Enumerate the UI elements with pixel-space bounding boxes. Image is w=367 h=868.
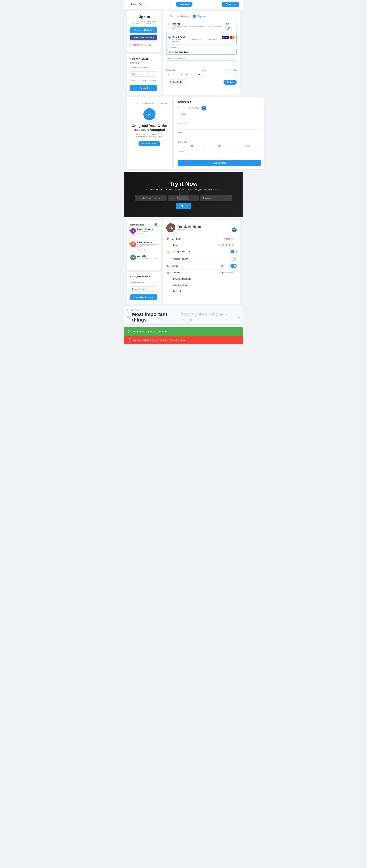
- sound-toggle[interactable]: [230, 264, 237, 268]
- first-name-input[interactable]: [177, 116, 261, 120]
- notifications-card: Notifications ? FS Francis Singleton Com…: [127, 220, 161, 270]
- cc-year-select[interactable]: Year: [145, 71, 158, 76]
- profile-header-name: Francis Singleton Hi! It's me.: [177, 225, 201, 230]
- dob-yyyy-input[interactable]: [234, 144, 261, 148]
- card-logos: VISA: [222, 36, 235, 39]
- notifications-title: Notifications: [130, 223, 144, 226]
- paypal-logo: PP PayPal: [225, 23, 235, 30]
- connect-facebook-button[interactable]: Connect with Facebook: [130, 35, 157, 40]
- notif-time-2: 3 hours ago: [137, 249, 146, 250]
- hero-section: 💻 Try it Now It's a new expirience to de…: [124, 172, 243, 217]
- cvv-group: CVV ⓘ Information: [202, 69, 237, 78]
- profile-info-title: Information: [177, 100, 261, 103]
- name-on-card-label: Your Name on board Card: [166, 58, 237, 60]
- hero-name-input[interactable]: [168, 195, 199, 202]
- error-text: Wrong email address or password. Please …: [133, 339, 186, 341]
- credit-card-detail-card: Credit Card Detail Mounth Year What is C…: [127, 54, 161, 95]
- hero-password-input[interactable]: [200, 195, 232, 202]
- hero-laptop-bg: 💻: [124, 172, 243, 217]
- profile-settings-card: FS Francis Singleton Hi! It's me. ⋮ 📷 👤 …: [163, 220, 240, 304]
- country-input[interactable]: [177, 153, 261, 158]
- cvv-label: CVV ⓘ Information: [202, 69, 237, 71]
- expire-year-select[interactable]: 21: [184, 72, 201, 77]
- signin-card: Sign In Sign in to connect with voices a…: [127, 11, 161, 52]
- message-preview-toggle[interactable]: [230, 257, 237, 260]
- notifications-help-badge[interactable]: ?: [154, 223, 157, 226]
- blacklist-row[interactable]: Black List ›: [166, 288, 237, 294]
- notif-time-3: 1 day ago: [137, 260, 144, 262]
- settings-camera-button[interactable]: 📷: [232, 227, 237, 232]
- signin-subtitle: Sign in to connect with voices and persp…: [130, 20, 157, 25]
- profile-name: Francis Singleton: [177, 225, 201, 228]
- second-name-input[interactable]: [177, 125, 261, 130]
- card-number-field[interactable]: [166, 49, 237, 55]
- congrats-check-circle: ✓: [143, 108, 156, 120]
- credit-card-info: Credit Card Use Master Card or Visa for …: [172, 36, 220, 42]
- search-secondary-text: from Apple's iPhone 7 event: [180, 312, 236, 323]
- profile-camera-button[interactable]: 📷: [201, 106, 206, 111]
- dob-mm-input[interactable]: [177, 144, 205, 148]
- name-on-card-field[interactable]: [166, 60, 237, 66]
- paypal-radio: [168, 23, 171, 25]
- save-changes-button[interactable]: Save Changes: [177, 160, 261, 166]
- privacy-row[interactable]: Privacy and Security ›: [166, 276, 237, 282]
- hero-email-input[interactable]: [135, 195, 167, 202]
- privacy-arrow: ›: [236, 278, 237, 280]
- more-options-button[interactable]: ⋮: [233, 223, 237, 227]
- phone-arrow[interactable]: ›: [236, 244, 237, 246]
- new-password-input[interactable]: [130, 280, 157, 285]
- notif-dot-2: [129, 243, 130, 244]
- next-step-button[interactable]: Next Step: [176, 2, 193, 7]
- connect-twitter-button[interactable]: Connect with Twitter: [130, 27, 157, 33]
- username-label: Username:: [172, 238, 223, 240]
- back-to-cart-button[interactable]: Back to Cart: [128, 2, 146, 7]
- privacy-label: Privacy and Security: [172, 278, 236, 280]
- username-arrow[interactable]: ›: [236, 238, 237, 240]
- desktop-notification-toggle[interactable]: [230, 250, 237, 253]
- username-row: 👤 Username: @frsingleton ›: [166, 236, 237, 242]
- dob-label: Date of Birth: [177, 141, 261, 143]
- hero-signup-button[interactable]: Sign Up: [176, 203, 191, 209]
- notif-text-2: Calvin Partlands Shared your post Aqua U…: [137, 242, 157, 251]
- profile-avatar: FS: [166, 223, 175, 232]
- congrats-payment: Payment: [160, 102, 169, 105]
- blacklist-arrow: ›: [236, 290, 237, 292]
- cvv-info-link[interactable]: ⓘ Information: [226, 69, 237, 71]
- dob-dd-input[interactable]: [206, 144, 233, 148]
- dob-row: [177, 144, 261, 148]
- proceed-button[interactable]: Proceed: [130, 85, 157, 91]
- volume-slider[interactable]: [215, 266, 229, 266]
- phone-value: +7 (999) 599-59-59: [217, 244, 234, 246]
- success-icon: ✓: [128, 330, 131, 333]
- language-arrow[interactable]: ›: [236, 272, 237, 274]
- back-delivery-button[interactable]: Back to Delivery: [166, 80, 188, 85]
- phone-input[interactable]: [177, 134, 261, 139]
- cvv-field[interactable]: [202, 72, 237, 78]
- notification-icon: 🔔: [166, 250, 170, 253]
- create-password-button[interactable]: Create New Password: [130, 294, 157, 300]
- connect-google-button[interactable]: Connect with Google +: [130, 42, 157, 48]
- credit-card-option[interactable]: Credit Card Use Master Card or Visa for …: [166, 34, 237, 44]
- credit-card-settings-row[interactable]: Credit Card Detail ›: [166, 282, 237, 288]
- notif-text-1: Francis Singleton Commented on your phot…: [137, 228, 157, 238]
- repeat-password-input[interactable]: [130, 286, 157, 292]
- return-store-button[interactable]: Return to Store: [139, 141, 160, 146]
- subscribe-button[interactable]: Subscribe: [222, 2, 239, 7]
- cvv-input-small[interactable]: [130, 78, 141, 83]
- congrats-delivery: Delivery: [145, 102, 153, 105]
- cvv-help-link[interactable]: What is CVV code?: [142, 80, 157, 82]
- message-preview-label: Message Preview: [172, 258, 230, 260]
- cc-month-select[interactable]: Mounth: [130, 71, 143, 76]
- finish-button[interactable]: Finish: [223, 80, 237, 85]
- message-preview-row: Message Preview: [166, 255, 237, 262]
- phone-label-settings: Phone:: [172, 244, 217, 246]
- profile-header: FS Francis Singleton Hi! It's me. ⋮ 📷: [166, 223, 237, 232]
- profile-info-card: Information Choose Your Profile Photo 📷 …: [174, 97, 264, 169]
- expire-month-select[interactable]: 02: [166, 72, 183, 77]
- notif-avatar-2: CP: [130, 242, 136, 247]
- desktop-notification-row: 🔔 Desktop Notification: [166, 248, 237, 255]
- notif-name-2: Calvin Partlands: [137, 242, 157, 244]
- paypal-option[interactable]: PayPal Alternatives to traditional paper…: [166, 21, 237, 32]
- congrats-breadcrumb: ✓ Cart · ✓ Delivery · ✓ Payment: [130, 102, 169, 105]
- cc-number-input[interactable]: [130, 65, 157, 70]
